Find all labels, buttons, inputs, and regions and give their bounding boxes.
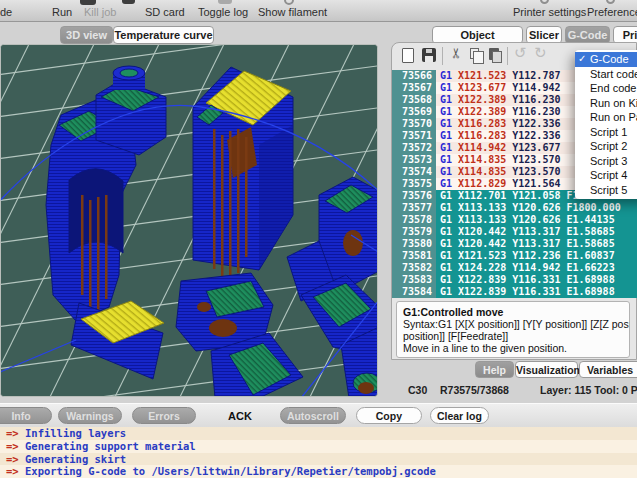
ack-label[interactable]: ACK — [228, 410, 252, 422]
clear-log-button[interactable]: Clear log — [430, 407, 489, 424]
dropdown-menu-item[interactable]: Script 4 — [575, 168, 637, 183]
log-line: => Generating skirt — [0, 453, 637, 466]
line-number: 73569 — [392, 106, 436, 118]
dropdown-menu-item[interactable]: Script 2 — [575, 139, 637, 154]
gcode-row[interactable]: 73582 G1 X124.228 Y114.942 E1.66223 — [392, 262, 637, 274]
gcode-row[interactable]: 73583 G1 X122.839 Y116.331 E1.68988 — [392, 274, 637, 286]
log-arrow: => — [6, 453, 19, 465]
redo-icon: ↻ — [534, 44, 547, 62]
tab-variables[interactable]: Variables — [579, 361, 637, 378]
gcode-row[interactable]: 73577 G1 X113.133 Y120.626 F1800.000 — [392, 202, 637, 214]
line-number: 73580 — [392, 238, 436, 250]
toolbar-item-printer-settings[interactable]: Printer settings — [513, 6, 586, 18]
print-preview-canvas[interactable] — [0, 44, 378, 397]
preferences-icon — [606, 0, 615, 4]
gcode-help-box: G1:Controlled move Syntax:G1 [X[X positi… — [396, 301, 630, 358]
checkmark-icon: ✓ — [578, 52, 589, 67]
dropdown-menu-item[interactable]: Run on Pa — [575, 110, 637, 125]
line-number: 73576 — [392, 190, 436, 202]
line-number: 73571 — [392, 130, 436, 142]
dropdown-menu-item[interactable]: Script 3 — [575, 154, 637, 169]
toolbar-separator — [507, 47, 508, 65]
gcode-text: G1 X113.133 Y120.626 F1800.000 — [436, 202, 637, 214]
status-code: C30 — [408, 384, 427, 396]
gcode-row[interactable]: 73579 G1 X120.442 Y113.317 E1.58685 — [392, 226, 637, 238]
menu-item-label: Script 5 — [590, 184, 627, 196]
log-line: => Infilling layers — [0, 427, 637, 440]
menu-item-label: Script 1 — [590, 126, 627, 138]
line-number: 73566 — [392, 70, 436, 82]
line-number: 73577 — [392, 202, 436, 214]
toolbar-item-run[interactable]: Run — [52, 6, 72, 18]
log-toolbar: Info Warnings Errors ACK Autoscroll Copy… — [0, 403, 637, 427]
sd-card-icon — [122, 0, 135, 4]
line-number: 73584 — [392, 286, 436, 298]
printer-status-bar: C30 R73575/73868 Layer: 115 Tool: 0 Prin… — [391, 384, 637, 400]
help-title: G1:Controlled move — [403, 306, 623, 318]
help-syntax-line2: position]] [F[Feedrate]] — [403, 330, 623, 342]
log-arrow: => — [6, 427, 19, 439]
gcode-text: G1 X113.133 Y120.626 E1.44135 — [436, 214, 637, 226]
line-number: 73581 — [392, 250, 436, 262]
log-line: => Exporting G-code to /Users/littwin/Li… — [0, 465, 637, 478]
log-filter-info[interactable]: Info — [0, 407, 52, 424]
menu-item-label: G-Code — [590, 53, 629, 65]
menu-item-label: Script 3 — [590, 155, 627, 167]
toolbar-item-toggle-log[interactable]: Toggle log — [198, 6, 248, 18]
menu-item-label: End code — [590, 82, 636, 94]
toolbar-item-show-filament[interactable]: Show filament — [258, 6, 327, 18]
toggle-log-icon — [218, 0, 232, 4]
gcode-text: G1 X124.228 Y114.942 E1.66223 — [436, 262, 637, 274]
dropdown-menu-item[interactable]: End code — [575, 81, 637, 96]
menu-item-label: Start code — [590, 68, 637, 80]
gcode-row[interactable]: 73578 G1 X113.133 Y120.626 E1.44135 — [392, 214, 637, 226]
line-number: 73582 — [392, 262, 436, 274]
line-number: 73583 — [392, 274, 436, 286]
log-arrow: => — [6, 465, 19, 477]
tab-help[interactable]: Help — [475, 361, 514, 378]
tab-temperature-curve[interactable]: Temperature curve — [113, 26, 214, 44]
help-syntax-line1: Syntax:G1 [X[X position]] [Y[Y position]… — [403, 318, 623, 330]
gcode-row[interactable]: 73580 G1 X120.442 Y113.317 E1.58685 — [392, 238, 637, 250]
log-filter-warnings[interactable]: Warnings — [58, 407, 122, 424]
printer-settings-icon — [540, 0, 549, 4]
repetier-host-window: de Run Kill job SD card Toggle log Show … — [0, 0, 637, 478]
dropdown-menu-item[interactable]: Script 1 — [575, 125, 637, 140]
dropdown-menu-item[interactable]: Run on Ki — [575, 96, 637, 111]
menu-item-label: Run on Pa — [590, 111, 637, 123]
dropdown-menu-item[interactable]: ✓G-Code — [575, 52, 637, 67]
kill-job-icon — [80, 0, 96, 5]
toolbar-separator — [442, 47, 443, 65]
gcode-row[interactable]: 73584 G1 X122.839 Y116.331 E1.68988 — [392, 286, 637, 298]
line-number: 73568 — [392, 94, 436, 106]
status-layer: Layer: 115 Tool: 0 Print — [540, 384, 637, 396]
autoscroll-toggle[interactable]: Autoscroll — [280, 407, 346, 424]
dropdown-menu-item[interactable]: Script 5 — [575, 183, 637, 198]
save-icon[interactable] — [422, 48, 436, 62]
log-message: Infilling layers — [25, 427, 126, 439]
line-number: 73579 — [392, 226, 436, 238]
gcode-text: G1 X122.839 Y116.331 E1.68988 — [436, 286, 637, 298]
gcode-row[interactable]: 73581 G1 X121.523 Y112.236 E1.60837 — [392, 250, 637, 262]
copy-button[interactable]: Copy — [356, 407, 422, 424]
paste-icon[interactable] — [489, 48, 499, 60]
dropdown-menu-item[interactable]: Start code — [575, 67, 637, 82]
log-arrow: => — [6, 440, 19, 452]
line-number: 73572 — [392, 142, 436, 154]
line-number: 73570 — [392, 118, 436, 130]
toolbar-item-preferences[interactable]: Preferences — [587, 6, 637, 18]
toolbar-item-partial[interactable]: de — [0, 6, 12, 18]
tab-3d-view[interactable]: 3D view — [60, 26, 113, 44]
log-filter-errors[interactable]: Errors — [132, 407, 196, 424]
copy-icon[interactable] — [470, 48, 479, 59]
toolbar-item-kill-job: Kill job — [84, 6, 116, 18]
new-file-icon[interactable] — [402, 48, 414, 63]
menu-item-label: Script 2 — [590, 140, 627, 152]
line-number: 73573 — [392, 154, 436, 166]
log-line: => Generating support material — [0, 440, 637, 453]
cut-icon[interactable]: ✂ — [448, 47, 464, 59]
toolbar-item-sd-card[interactable]: SD card — [145, 6, 185, 18]
gcode-text: G1 X122.839 Y116.331 E1.68988 — [436, 274, 637, 286]
tab-visualization[interactable]: Visualization — [515, 361, 578, 378]
gcode-text: G1 X120.442 Y113.317 E1.58685 — [436, 226, 637, 238]
